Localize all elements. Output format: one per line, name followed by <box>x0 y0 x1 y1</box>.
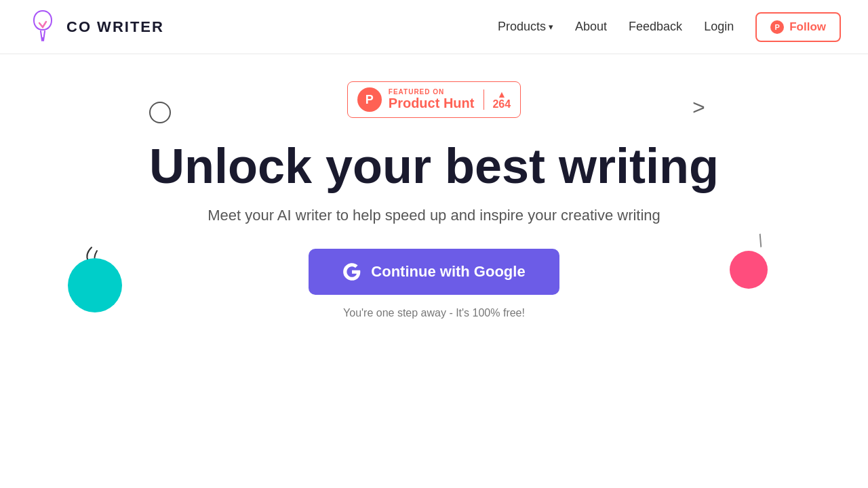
deco-circle-outline <box>149 102 171 123</box>
producthunt-votes: ▲ 264 <box>484 89 511 110</box>
follow-button[interactable]: P Follow <box>755 12 841 42</box>
deco-pink-circle <box>730 251 768 289</box>
deco-angle-mark: < <box>692 95 705 120</box>
navbar-links: Products ▾ About Feedback Login P Follow <box>498 12 841 42</box>
google-icon <box>342 262 361 281</box>
logo-text: CO WRITER <box>66 18 164 36</box>
producthunt-badge-logo: P <box>357 87 382 112</box>
producthunt-badge-text: FEATURED ON Product Hunt <box>389 88 475 111</box>
deco-dash-mark: / <box>755 230 766 252</box>
nav-about[interactable]: About <box>575 20 607 34</box>
navbar: CO WRITER Products ▾ About Feedback Logi… <box>0 0 868 54</box>
chevron-down-icon: ▾ <box>549 22 553 32</box>
producthunt-icon: P <box>770 20 784 34</box>
nav-feedback[interactable]: Feedback <box>629 20 682 34</box>
hero-title: Unlock your best writing <box>149 140 719 193</box>
nav-products[interactable]: Products ▾ <box>498 20 553 34</box>
cowriter-logo-icon <box>27 8 58 46</box>
free-text: You're one step away - It's 100% free! <box>343 307 525 319</box>
deco-teal-circle <box>68 258 122 312</box>
navbar-logo-area: CO WRITER <box>27 8 164 46</box>
hero-section: < / P FEATURED ON Product Hunt ▲ 264 Unl… <box>0 54 868 319</box>
deco-squiggle <box>71 244 112 281</box>
nav-login[interactable]: Login <box>704 20 734 34</box>
hero-subtitle: Meet your AI writer to help speed up and… <box>208 207 660 224</box>
google-signin-button[interactable]: Continue with Google <box>309 249 559 295</box>
producthunt-badge[interactable]: P FEATURED ON Product Hunt ▲ 264 <box>347 81 521 118</box>
